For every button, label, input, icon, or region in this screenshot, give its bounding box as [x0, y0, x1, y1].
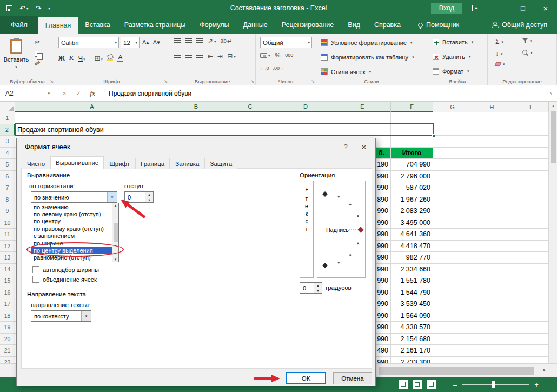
cell[interactable] — [433, 334, 472, 346]
cancel-entry-button[interactable]: × — [57, 90, 71, 97]
delete-cells-button[interactable]: Удалить ▾ — [433, 54, 471, 60]
cell[interactable]: 2 154 680 — [391, 334, 433, 346]
cell[interactable] — [391, 136, 433, 148]
cell[interactable]: 4 641 360 — [391, 229, 433, 241]
cell[interactable] — [433, 217, 472, 229]
clear-button[interactable]: ▾ — [495, 62, 505, 66]
dialog-tab-border[interactable]: Граница — [135, 158, 170, 169]
align-center-button[interactable] — [185, 54, 192, 59]
column-header-h[interactable]: H — [472, 102, 512, 112]
cell[interactable] — [512, 252, 549, 264]
cell[interactable] — [512, 357, 549, 364]
copy-button[interactable] — [35, 51, 39, 57]
row-header[interactable]: 4 — [0, 148, 15, 160]
horizontal-scroll-thumb[interactable] — [379, 367, 534, 375]
spin-up-icon[interactable]: ▲ — [314, 283, 322, 288]
spin-down-icon[interactable]: ▼ — [314, 288, 322, 293]
cell[interactable] — [512, 194, 549, 206]
row-header[interactable]: 14 — [0, 264, 15, 276]
cell[interactable] — [433, 264, 472, 276]
expand-formula-bar-button[interactable]: ˅ — [545, 85, 557, 101]
autosum-button[interactable]: Σ▾ — [495, 38, 505, 45]
accounting-format-button[interactable]: ▾ — [260, 53, 270, 58]
orientation-dial-control[interactable]: Надпись — [317, 181, 366, 278]
cell[interactable] — [433, 124, 472, 136]
cell[interactable] — [512, 171, 549, 183]
increase-indent-button[interactable]: ⇥ — [217, 53, 223, 59]
cell[interactable] — [391, 124, 433, 136]
cell[interactable]: 2 733 300 — [391, 357, 433, 364]
cell[interactable] — [433, 171, 472, 183]
cell[interactable] — [512, 124, 549, 136]
cell[interactable] — [433, 287, 472, 299]
cell[interactable]: 1 551 780 — [391, 275, 433, 287]
row-header[interactable]: 22 — [0, 357, 15, 364]
insert-function-button[interactable]: fx — [85, 89, 100, 98]
zoom-slider-thumb[interactable] — [492, 381, 495, 388]
cut-button[interactable]: ✂ — [35, 39, 40, 45]
dropdown-item-center-across-selection[interactable]: по центру выделения — [31, 247, 112, 254]
row-header[interactable]: 2 — [0, 124, 15, 136]
cell[interactable] — [223, 124, 277, 136]
cell[interactable] — [391, 112, 433, 124]
cell[interactable] — [512, 264, 549, 276]
cell[interactable] — [334, 112, 391, 124]
column-header-e[interactable]: E — [334, 102, 391, 112]
cell[interactable] — [277, 112, 334, 124]
zoom-slider[interactable] — [462, 384, 529, 385]
cell[interactable] — [433, 194, 472, 206]
tab-review[interactable]: Рецензирование — [275, 16, 341, 34]
zoom-out-icon[interactable]: – — [453, 381, 457, 389]
underline-button[interactable]: Ч▾ — [78, 53, 85, 63]
increase-decimal-button[interactable]: ←,0 — [260, 65, 269, 71]
font-color-button[interactable]: А — [117, 54, 123, 62]
cell[interactable]: 2 083 290 — [391, 205, 433, 217]
paste-button[interactable]: Вставить ▾ — [3, 36, 30, 78]
vertical-text-control[interactable]: ◆ текст — [300, 181, 314, 278]
cell[interactable] — [433, 357, 472, 364]
dialog-title-bar[interactable]: Формат ячеек ? × — [17, 138, 375, 155]
cell[interactable] — [433, 310, 472, 322]
column-header-c[interactable]: C — [223, 102, 277, 112]
tab-help[interactable]: Справка — [367, 16, 408, 34]
cell[interactable] — [472, 148, 512, 160]
scroll-right-icon[interactable]: ► — [542, 368, 547, 373]
row-header[interactable]: 13 — [0, 252, 15, 264]
page-layout-view-button[interactable] — [413, 380, 422, 389]
cell[interactable] — [472, 241, 512, 253]
vertical-scroll-thumb[interactable] — [551, 111, 556, 163]
cell[interactable]: 1 564 090 — [391, 310, 433, 322]
cell[interactable] — [512, 298, 549, 310]
merge-center-button[interactable]: ⊟▾ — [227, 53, 236, 59]
cell[interactable] — [512, 345, 549, 357]
sign-in-button[interactable]: Вход — [431, 3, 462, 14]
select-all-button[interactable] — [0, 102, 15, 112]
cell[interactable] — [472, 229, 512, 241]
row-header[interactable]: 12 — [0, 241, 15, 253]
tab-insert[interactable]: Вставка — [78, 16, 117, 34]
sort-filter-button[interactable]: ▾ — [522, 38, 533, 43]
clipboard-dialog-launcher[interactable]: ↘ — [50, 79, 54, 84]
tab-home[interactable]: Главная — [38, 17, 78, 34]
row-header[interactable]: 15 — [0, 275, 15, 287]
dialog-tab-number[interactable]: Число — [22, 158, 50, 169]
cell[interactable] — [169, 124, 223, 136]
cell[interactable] — [433, 182, 472, 194]
cell[interactable]: 704 990 — [391, 159, 433, 171]
cell[interactable] — [472, 252, 512, 264]
row-header[interactable]: 3 — [0, 136, 15, 148]
cell[interactable] — [512, 229, 549, 241]
italic-button[interactable]: К — [69, 54, 74, 62]
customize-qat-button[interactable]: ▾ — [48, 6, 50, 10]
insert-cells-button[interactable]: Вставить ▾ — [433, 39, 473, 45]
scroll-up-icon[interactable]: ▲ — [549, 102, 557, 110]
cell[interactable] — [472, 159, 512, 171]
format-cells-button[interactable]: Формат ▾ — [433, 68, 469, 75]
indent-spinner[interactable]: 0 ▲▼ — [124, 191, 154, 203]
dialog-tab-fill[interactable]: Заливка — [170, 158, 204, 169]
cell[interactable] — [512, 136, 549, 148]
cell[interactable]: 982 770 — [391, 252, 433, 264]
dropdown-item[interactable]: с заполнением — [31, 232, 112, 240]
dropdown-item[interactable]: по значению — [31, 203, 112, 210]
cell[interactable] — [169, 112, 223, 124]
